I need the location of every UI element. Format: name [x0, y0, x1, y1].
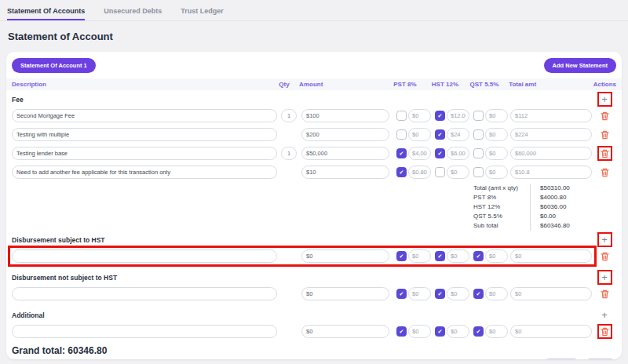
tab-trust-ledger[interactable]: Trust Ledger — [181, 7, 224, 20]
hst-checkbox[interactable] — [435, 326, 445, 337]
description-input[interactable] — [12, 147, 277, 160]
trash-icon — [601, 111, 609, 121]
description-input[interactable] — [12, 128, 277, 141]
qst-total-label: QST 5.5% — [473, 212, 530, 221]
hst-amount-input[interactable] — [447, 109, 469, 122]
amount-input[interactable] — [301, 287, 389, 300]
description-input[interactable] — [12, 287, 277, 300]
hst-amount-input[interactable] — [447, 147, 469, 160]
plus-icon: + — [601, 235, 608, 245]
amount-input[interactable] — [301, 147, 389, 160]
hst-amount-input[interactable] — [447, 166, 469, 179]
section-header-fee: Fee + — [12, 92, 616, 107]
hst-amount-input[interactable] — [447, 128, 469, 141]
add-disbursement-hst-row-button[interactable]: + — [597, 232, 612, 247]
qst-amount-input[interactable] — [485, 128, 508, 141]
pst-amount-input[interactable] — [408, 128, 431, 141]
description-input[interactable] — [12, 109, 277, 122]
description-input[interactable] — [12, 166, 277, 179]
hst-checkbox[interactable] — [435, 251, 445, 261]
amount-input[interactable] — [301, 249, 389, 263]
trash-icon — [601, 289, 609, 299]
qst-amount-input[interactable] — [485, 249, 508, 263]
pst-checkbox[interactable] — [396, 129, 407, 140]
add-disbursement-no-hst-row-button[interactable]: + — [597, 270, 612, 285]
delete-row-button[interactable] — [597, 165, 612, 180]
pst-checkbox[interactable] — [396, 326, 407, 337]
pst-amount-input[interactable] — [408, 147, 431, 160]
qst-amount-input[interactable] — [485, 287, 508, 300]
pst-checkbox[interactable] — [396, 289, 407, 299]
qst-checkbox[interactable] — [473, 111, 484, 121]
qst-checkbox[interactable] — [473, 326, 484, 337]
hst-checkbox[interactable] — [435, 129, 445, 140]
total-amount-input[interactable] — [510, 166, 592, 179]
description-input[interactable] — [12, 249, 277, 263]
add-additional-row-button[interactable]: + — [597, 308, 612, 322]
amount-input[interactable] — [301, 128, 389, 141]
description-input[interactable] — [12, 325, 277, 338]
hst-checkbox[interactable] — [435, 111, 445, 121]
delete-row-button[interactable] — [597, 286, 612, 301]
qty-input[interactable] — [281, 147, 297, 160]
pst-amount-input[interactable] — [408, 325, 431, 338]
qst-amount-input[interactable] — [485, 325, 508, 338]
row-fields — [12, 287, 593, 300]
delete-row-button[interactable] — [597, 324, 612, 339]
total-amount-input[interactable] — [510, 325, 592, 338]
amount-input[interactable] — [301, 109, 389, 122]
hst-checkbox[interactable] — [435, 289, 445, 299]
qst-total-value: $0.00 — [530, 212, 593, 221]
tab-bar: Statement Of Accounts Unsecured Debts Tr… — [0, 0, 628, 21]
amount-input[interactable] — [301, 166, 389, 179]
hst-checkbox[interactable] — [435, 148, 445, 158]
page-title: Statement of Account — [8, 31, 628, 42]
hst-amount-input[interactable] — [447, 325, 469, 338]
total-amount-input[interactable] — [510, 147, 592, 160]
qst-amount-input[interactable] — [485, 109, 508, 122]
tab-statement-of-accounts[interactable]: Statement Of Accounts — [7, 7, 85, 20]
trash-icon — [601, 130, 609, 140]
add-new-statement-button[interactable]: Add New Statement — [544, 58, 616, 73]
qst-checkbox[interactable] — [473, 129, 484, 140]
hst-checkbox[interactable] — [435, 167, 445, 177]
qst-checkbox[interactable] — [473, 251, 484, 261]
pst-amount-input[interactable] — [408, 166, 431, 179]
total-amount-input[interactable] — [510, 109, 592, 122]
delete-row-button[interactable] — [597, 249, 612, 264]
pst-amount-input[interactable] — [408, 287, 431, 300]
pst-amount-input[interactable] — [408, 109, 431, 122]
cancel-button[interactable]: Cancel — [543, 359, 580, 359]
row-fields — [12, 166, 593, 179]
qst-checkbox[interactable] — [473, 167, 484, 177]
pst-checkbox[interactable] — [396, 111, 407, 121]
amount-input[interactable] — [301, 325, 389, 338]
trash-icon — [601, 327, 609, 337]
total-amount-input[interactable] — [510, 128, 592, 141]
delete-row-button[interactable] — [597, 146, 612, 161]
pst-total-label: PST 8% — [473, 193, 530, 202]
total-amount-input[interactable] — [510, 249, 592, 263]
pst-checkbox[interactable] — [396, 148, 407, 158]
hst-amount-input[interactable] — [447, 249, 469, 263]
grand-total-value: 60346.80 — [68, 345, 107, 356]
add-fee-row-button[interactable]: + — [597, 92, 612, 107]
delete-row-button[interactable] — [597, 108, 612, 123]
tab-unsecured-debts[interactable]: Unsecured Debts — [104, 7, 162, 20]
qst-amount-input[interactable] — [485, 166, 508, 179]
total-amount-input[interactable] — [510, 287, 592, 300]
pst-amount-input[interactable] — [408, 249, 431, 263]
delete-row-button[interactable] — [597, 127, 612, 142]
hst-amount-input[interactable] — [447, 287, 469, 300]
qst-checkbox[interactable] — [473, 289, 484, 299]
pst-checkbox[interactable] — [396, 251, 407, 261]
row-fields — [12, 128, 593, 141]
save-button[interactable]: Save — [585, 359, 616, 359]
qst-checkbox[interactable] — [473, 148, 484, 158]
qty-input[interactable] — [281, 109, 297, 122]
statement-of-account-1-button[interactable]: Statement Of Account 1 — [12, 58, 96, 73]
footer-actions: Cancel Save — [12, 359, 616, 359]
pst-checkbox[interactable] — [396, 167, 407, 177]
qst-amount-input[interactable] — [485, 147, 508, 160]
hst-total-value: $6036.00 — [530, 202, 593, 212]
